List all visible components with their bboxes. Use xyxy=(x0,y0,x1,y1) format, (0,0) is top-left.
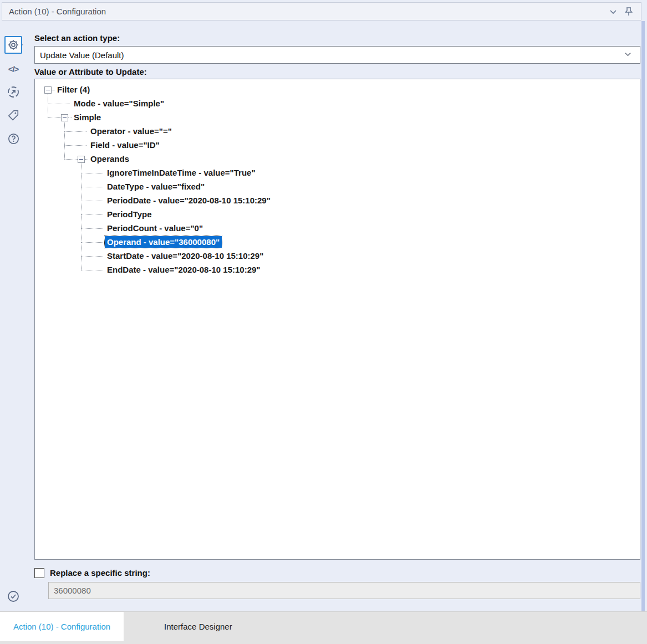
tag-icon[interactable] xyxy=(4,106,22,124)
tree-expander-icon[interactable] xyxy=(78,156,85,163)
tree-connector xyxy=(81,187,103,187)
tree-expander-icon[interactable] xyxy=(44,86,52,94)
tree-guide-line xyxy=(48,94,48,117)
tree-item[interactable]: Operand - value="36000080" xyxy=(35,236,639,249)
tree-guide-line xyxy=(81,163,81,270)
panel-title: Action (10) - Configuration xyxy=(9,7,605,16)
tree-item[interactable]: DateType - value="fixed" xyxy=(35,180,639,194)
code-icon[interactable]: </> xyxy=(4,60,22,78)
tree-connector xyxy=(81,173,103,173)
action-type-label: Select an action type: xyxy=(34,33,120,43)
replace-string-input[interactable]: 36000080 xyxy=(48,582,640,599)
tree-item-label[interactable]: DateType - value="fixed" xyxy=(105,181,207,192)
tree-item[interactable]: PeriodCount - value="0" xyxy=(35,222,639,236)
tree-item-label[interactable]: Field - value="ID" xyxy=(88,139,162,151)
tree-item[interactable]: PeriodType xyxy=(35,208,639,222)
tree-guide-line xyxy=(64,122,65,159)
gear-icon[interactable] xyxy=(4,36,22,54)
tree-item[interactable]: Simple xyxy=(35,111,639,125)
tree-item-label[interactable]: PeriodDate - value="2020-08-10 15:10:29" xyxy=(105,195,273,206)
tree-connector xyxy=(81,270,103,270)
tree-connector xyxy=(64,159,78,160)
tree-item[interactable]: Mode - value="Simple" xyxy=(35,97,639,111)
tree-view[interactable]: Filter (4)Mode - value="Simple"SimpleOpe… xyxy=(34,79,640,560)
help-icon[interactable] xyxy=(4,130,22,147)
panel-splitter[interactable] xyxy=(641,21,645,611)
tree-label: Value or Attribute to Update: xyxy=(34,67,147,76)
replace-string-checkbox[interactable] xyxy=(34,568,44,578)
action-type-select[interactable]: Update Value (Default) xyxy=(34,46,640,64)
tree-item-label[interactable]: Operator - value="=" xyxy=(88,125,174,137)
tree-item[interactable]: Operands xyxy=(35,152,639,166)
configuration-panel: Action (10) - Configuration • • • </> xyxy=(0,0,647,644)
pin-icon[interactable] xyxy=(621,5,636,18)
tree-item-label[interactable]: IgnoreTimeInDateTime - value="True" xyxy=(105,167,258,178)
tree-connector xyxy=(64,131,86,132)
tree-item-label[interactable]: Mode - value="Simple" xyxy=(72,98,166,109)
tab-interface-designer[interactable]: Interface Designer xyxy=(151,612,246,641)
tree-connector xyxy=(81,228,103,229)
tree-connector xyxy=(81,242,103,243)
tree-connector xyxy=(81,214,103,215)
tree-connector xyxy=(81,256,103,257)
chevron-down-icon[interactable] xyxy=(605,5,621,18)
tree-item[interactable]: Operator - value="=" xyxy=(35,125,639,139)
tree-connector xyxy=(48,117,61,118)
action-type-value: Update Value (Default) xyxy=(40,50,624,60)
tree-item[interactable]: EndDate - value="2020-08-10 15:10:29" xyxy=(35,263,639,277)
tree-item[interactable]: StartDate - value="2020-08-10 15:10:29" xyxy=(35,249,639,263)
bottom-tab-bar: Action (10) - ConfigurationInterface Des… xyxy=(0,611,647,644)
tree-item-label[interactable]: StartDate - value="2020-08-10 15:10:29" xyxy=(105,250,266,262)
left-toolbar: • • • </> xyxy=(0,21,29,611)
tree-item[interactable]: Filter (4) xyxy=(35,83,639,97)
replace-string-label: Replace a specific string: xyxy=(50,568,150,577)
tree-item[interactable]: IgnoreTimeInDateTime - value="True" xyxy=(35,166,639,180)
check-circle-icon[interactable] xyxy=(4,587,22,605)
tree-item-label[interactable]: PeriodType xyxy=(105,208,154,220)
tree-item[interactable]: Field - value="ID" xyxy=(35,139,639,152)
tree-connector xyxy=(64,145,86,146)
tab-configuration[interactable]: Action (10) - Configuration xyxy=(0,612,124,641)
tree-item-label[interactable]: Operand - value="36000080" xyxy=(105,236,222,248)
tree-item-label[interactable]: EndDate - value="2020-08-10 15:10:29" xyxy=(105,264,262,275)
tree-item-label[interactable]: Filter (4) xyxy=(55,84,92,95)
chevron-down-icon xyxy=(624,50,632,60)
panel-title-bar: Action (10) - Configuration xyxy=(2,2,641,21)
tree-expander-icon[interactable] xyxy=(61,114,68,121)
tree-item-label[interactable]: Operands xyxy=(88,153,131,165)
run-arrow-icon[interactable] xyxy=(4,83,22,101)
tree-item-label[interactable]: Simple xyxy=(72,111,103,123)
tree-connector xyxy=(81,201,103,201)
tree-item[interactable]: PeriodDate - value="2020-08-10 15:10:29" xyxy=(35,194,639,208)
tree-item-label[interactable]: PeriodCount - value="0" xyxy=(105,222,205,234)
tree-connector xyxy=(48,104,70,104)
